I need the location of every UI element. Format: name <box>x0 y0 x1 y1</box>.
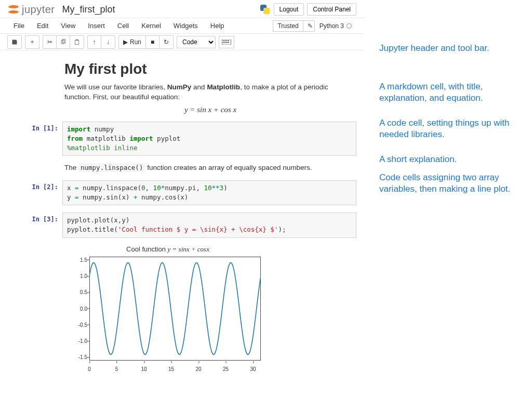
jupyter-wordmark: jupyter <box>22 4 55 16</box>
trusted-indicator[interactable]: Trusted ✎ <box>273 20 314 32</box>
y-tick-label: 1.5 <box>64 257 87 262</box>
insert-cell-below-button[interactable]: ＋ <box>25 36 39 48</box>
y-tick-label: -1.5 <box>64 354 87 360</box>
annotation-markdown: A markdown cell, with title, explanation… <box>379 81 522 104</box>
trusted-label: Trusted <box>273 21 302 31</box>
x-tick-label: 30 <box>250 366 256 372</box>
interrupt-button[interactable]: ■ <box>146 36 159 48</box>
cell-type-select[interactable]: Code <box>177 36 216 48</box>
menu-insert[interactable]: Insert <box>82 20 111 32</box>
pencil-icon[interactable]: ✎ <box>303 21 314 31</box>
logout-button[interactable]: Logout <box>274 3 304 16</box>
annotation-code23: Code cells assigning two array variables… <box>379 172 522 195</box>
annotation-panel: Jupyter header and tool bar. A markdown … <box>364 0 532 377</box>
md-equation: y = sin x + cos x <box>64 105 356 114</box>
kernel-status-icon <box>347 23 352 29</box>
y-tick-label: -0.5 <box>64 322 87 327</box>
move-up-button[interactable]: ↑ <box>88 36 101 48</box>
x-tick-label: 20 <box>196 366 202 372</box>
menu-file[interactable]: File <box>7 20 31 32</box>
x-tick-label: 5 <box>115 366 118 372</box>
input-prompt: In [1]: <box>10 122 62 156</box>
code-cell-2[interactable]: In [2]: x = numpy.linspace(0, 10*numpy.p… <box>10 180 356 205</box>
svg-rect-2 <box>75 40 79 44</box>
menu-view[interactable]: View <box>55 20 82 32</box>
save-button[interactable] <box>8 36 21 48</box>
menu-kernel[interactable]: Kernel <box>135 20 167 32</box>
kernel-name: Python 3 <box>320 22 344 30</box>
input-prompt: In [2]: <box>10 180 62 205</box>
y-tick-label: 1.0 <box>64 273 87 279</box>
y-tick-label: -1.0 <box>64 338 87 344</box>
x-tick-label: 15 <box>168 366 174 372</box>
svg-rect-10 <box>228 42 229 43</box>
menu-cell[interactable]: Cell <box>111 20 135 32</box>
svg-rect-3 <box>76 39 78 40</box>
cut-button[interactable]: ✂ <box>43 36 57 48</box>
copy-button[interactable] <box>57 36 70 48</box>
svg-rect-7 <box>228 40 229 41</box>
plot-title: Cool function y = sinx + cosx <box>82 245 254 254</box>
code-input[interactable]: import numpy from matplotlib import pypl… <box>62 122 356 156</box>
menubar: File Edit View Insert Cell Kernel Widget… <box>0 18 364 34</box>
markdown-cell-1[interactable]: My first plot We will use our favorite l… <box>10 61 356 114</box>
run-icon: ▶ <box>123 38 128 46</box>
kernel-indicator[interactable]: Python 3 <box>315 20 356 32</box>
jupyter-orbit-icon <box>7 3 20 16</box>
x-tick-label: 0 <box>88 366 91 372</box>
control-panel-button[interactable]: Control Panel <box>307 3 356 16</box>
plot-output: Cool function y = sinx + cosx -1.5-1.0-0… <box>64 245 356 374</box>
md-heading: My first plot <box>64 61 356 77</box>
annotation-header: Jupyter header and tool bar. <box>379 43 522 54</box>
jupyter-logo[interactable]: jupyter <box>7 3 55 16</box>
inline-code: numpy.linspace() <box>78 163 145 172</box>
run-button[interactable]: ▶Run <box>119 36 146 48</box>
md-paragraph: The numpy.linspace() function creates an… <box>64 163 356 173</box>
jupyter-header: jupyter My_first_plot Logout Control Pan… <box>0 0 364 18</box>
toolbar: ＋ ✂ ↑ ↓ ▶Run ■ ↻ Code <box>0 34 364 50</box>
python-logo-icon <box>259 4 271 15</box>
plot-frame: -1.5-1.0-0.50.00.51.01.5 051015202530 <box>64 255 277 374</box>
notebook-body: My first plot We will use our favorite l… <box>0 50 364 377</box>
md-paragraph: We will use our favorite libraries, NumP… <box>64 83 356 102</box>
move-down-button[interactable]: ↓ <box>101 36 115 48</box>
paste-button[interactable] <box>70 36 84 48</box>
annotation-code1: A code cell, setting things up with need… <box>379 117 522 140</box>
code-input[interactable]: x = numpy.linspace(0, 10*numpy.pi, 10**3… <box>62 180 356 205</box>
menu-widgets[interactable]: Widgets <box>167 20 204 32</box>
input-prompt: In [3]: <box>10 212 62 237</box>
code-cell-3[interactable]: In [3]: pyplot.plot(x,y) pyplot.title('C… <box>10 212 356 237</box>
code-cell-1[interactable]: In [1]: import numpy from matplotlib imp… <box>10 122 356 156</box>
restart-button[interactable]: ↻ <box>159 36 173 48</box>
menu-help[interactable]: Help <box>204 20 231 32</box>
svg-rect-5 <box>223 40 224 41</box>
x-tick-label: 25 <box>223 366 229 372</box>
plot-line-svg <box>89 257 261 361</box>
y-tick-label: 0.0 <box>64 305 87 311</box>
svg-rect-8 <box>223 42 224 43</box>
y-tick-label: 0.5 <box>64 289 87 295</box>
command-palette-button[interactable] <box>219 36 234 48</box>
svg-rect-6 <box>225 40 227 41</box>
menu-edit[interactable]: Edit <box>31 20 55 32</box>
code-input[interactable]: pyplot.plot(x,y) pyplot.title('Cool func… <box>62 212 356 237</box>
x-tick-label: 10 <box>141 366 147 372</box>
markdown-cell-2[interactable]: The numpy.linspace() function creates an… <box>10 163 356 173</box>
notebook-app: jupyter My_first_plot Logout Control Pan… <box>0 0 364 377</box>
annotation-md2: A short explanation. <box>379 154 522 165</box>
notebook-title[interactable]: My_first_plot <box>62 4 115 15</box>
svg-rect-9 <box>225 42 227 43</box>
